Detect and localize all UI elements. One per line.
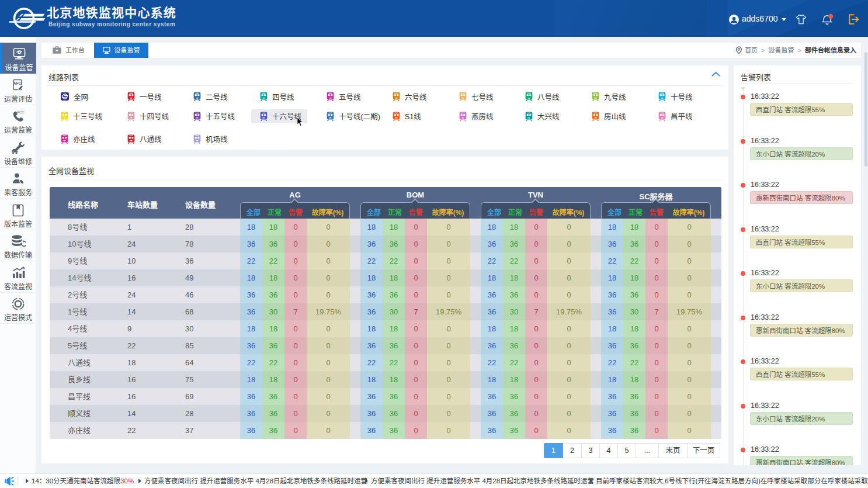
svg-text:AFC: AFC (13, 81, 22, 85)
svg-text:ACC: ACC (17, 110, 25, 114)
